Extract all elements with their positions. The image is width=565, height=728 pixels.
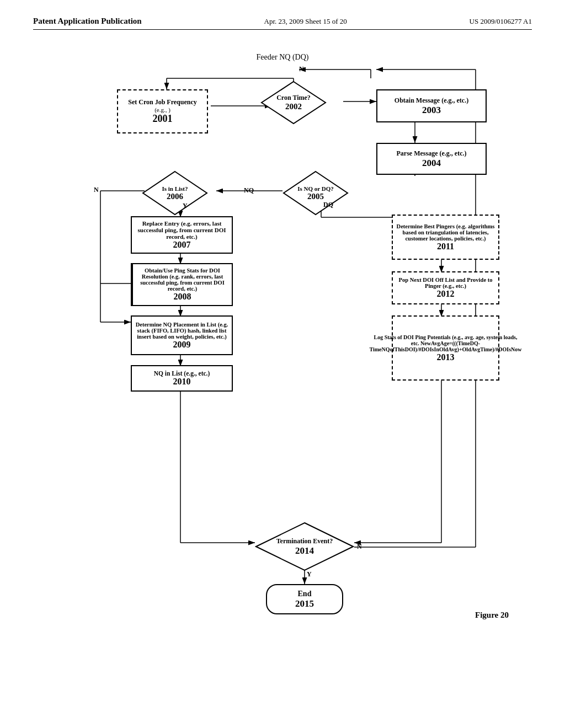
box-2007: Replace Entry (e.g. errors, last success… [131,216,233,254]
box-2015-num: 2015 [295,598,314,609]
box-2012-num: 2012 [437,289,455,299]
box-2007-num: 2007 [173,240,191,250]
diamond-2002-num: 2002 [285,102,302,111]
box-2001-label: Set Cron Job Frequency [128,98,197,106]
page-header: Patent Application Publication Apr. 23, … [33,17,532,30]
box-2008: Obtain/Use Ping Stats for DOI Resolution… [131,263,233,306]
box-2010-label: NQ in List (e.g., etc.) [154,370,210,377]
box-2011-label: Determine Best Pingers (e.g. algorithms … [396,223,495,242]
diamond-2002: Cron Time? 2002 [260,81,327,125]
diamond-2005: Is NQ or DQ? 2005 [282,170,349,216]
box-2009-num: 2009 [173,340,191,350]
box-2009: Determine NQ Placement in List (e.g. sta… [131,315,233,355]
label-y-2014: Y [307,570,312,579]
label-nq: NQ [244,186,254,195]
header-center: Apr. 23, 2009 Sheet 15 of 20 [264,17,347,26]
diagram-area: Feeder NQ (DQ) Set Cron Job Frequency (e… [45,46,520,664]
figure-label: Figure 20 [475,611,509,620]
box-2011: Determine Best Pingers (e.g. algorithms … [392,215,499,260]
box-2009-label: Determine NQ Placement in List (e.g. sta… [135,322,228,340]
diamond-2005-num: 2005 [307,192,324,201]
diamond-2006-num: 2006 [167,192,183,201]
box-2003-label: Obtain Message (e.g., etc.) [395,97,468,105]
box-2001: Set Cron Job Frequency (e.g., ) 2001 [117,89,208,133]
box-2001-sub: (e.g., ) [154,106,170,113]
label-n-2014: N [357,543,362,551]
diamond-2002-label: Cron Time? [276,94,311,102]
label-n-top: N [299,65,304,73]
box-2004-num: 2004 [422,158,441,169]
diamond-2005-label: Is NQ or DQ? [297,185,334,192]
label-dq: DQ [323,201,333,209]
box-2008-num: 2008 [174,292,191,302]
box-2015: End 2015 [266,584,343,614]
box-2012: Pop Next DOI Off List and Provide to Pin… [392,271,499,304]
box-2003: Obtain Message (e.g., etc.) 2003 [376,89,487,122]
box-2012-label: Pop Next DOI Off List and Provide to Pin… [396,277,495,289]
box-2004-label: Parse Message (e.g., etc.) [397,149,467,158]
box-2011-num: 2011 [437,242,454,251]
label-n-2006: N [94,186,99,194]
diamond-2006-label: Is in List? [162,185,188,192]
box-2010-num: 2010 [173,377,191,387]
diamond-2006: Is in List? 2006 [142,170,208,216]
diamond-2014: Termination Event? 2014 [255,522,354,571]
diagram-title: Feeder NQ (DQ) [257,53,309,62]
header-right: US 2009/0106277 A1 [470,17,532,26]
page: Patent Application Publication Apr. 23, … [0,0,565,728]
box-2013: Log Stats of DOI Ping Potentials (e.g., … [392,315,499,381]
diamond-2014-num: 2014 [295,545,314,556]
box-2013-label: Log Stats of DOI Ping Potentials (e.g., … [369,334,521,352]
box-2013-num: 2013 [437,352,455,362]
box-2010: NQ in List (e.g., etc.) 2010 [131,365,233,392]
box-2001-num: 2001 [153,113,173,125]
box-2015-label: End [298,590,312,598]
diamond-2014-label: Termination Event? [276,537,333,545]
header-left: Patent Application Publication [33,17,142,26]
box-2004: Parse Message (e.g., etc.) 2004 [376,143,487,175]
box-2008-label: Obtain/Use Ping Stats for DOI Resolution… [136,267,228,292]
label-y-2006: Y [183,202,188,210]
box-2007-label: Replace Entry (e.g. errors, last success… [135,220,228,240]
box-2003-num: 2003 [422,105,441,116]
